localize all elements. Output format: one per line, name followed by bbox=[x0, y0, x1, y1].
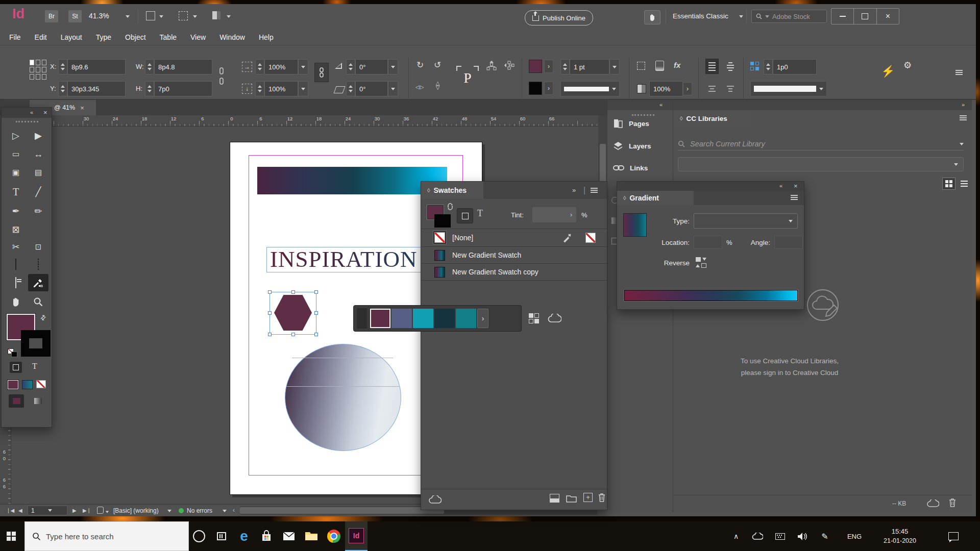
gradient-type-dropdown[interactable] bbox=[694, 213, 798, 229]
publish-online-button[interactable]: Publish Online bbox=[525, 10, 593, 26]
collapse-icons-chevrons[interactable]: « bbox=[659, 102, 663, 108]
shear-stepper[interactable] bbox=[346, 81, 355, 96]
menu-layout[interactable]: Layout bbox=[61, 33, 82, 41]
theme-swatch-5[interactable] bbox=[456, 309, 476, 328]
stroke-weight-stepper[interactable] bbox=[560, 59, 570, 74]
quick-apply-icon[interactable]: ⚡ bbox=[881, 65, 895, 78]
expand-dock-chevrons[interactable]: » bbox=[962, 102, 965, 108]
cc-search-row[interactable]: Search Current Library bbox=[678, 138, 964, 151]
panel-menu-icon[interactable] bbox=[955, 72, 963, 73]
chrome-button[interactable] bbox=[323, 521, 345, 551]
cc-grid-view-button[interactable] bbox=[942, 178, 955, 190]
first-page-icon[interactable]: ❘◀ bbox=[6, 508, 14, 513]
opacity-field[interactable]: 100% bbox=[649, 81, 683, 96]
swap-fill-stroke-icon[interactable] bbox=[447, 203, 454, 210]
hand-tool[interactable] bbox=[6, 293, 26, 311]
default-fill-stroke-icon[interactable] bbox=[8, 348, 18, 357]
task-view-button[interactable] bbox=[210, 521, 233, 551]
theme-swatch-1[interactable] bbox=[370, 309, 390, 328]
formatting-affects-container-button[interactable] bbox=[457, 208, 473, 223]
h-field[interactable]: 7p0 bbox=[154, 81, 212, 96]
flip-horizontal-icon[interactable]: ◁▷ bbox=[415, 84, 424, 90]
gradient-ramp[interactable] bbox=[624, 290, 798, 301]
tools-stroke-swatch[interactable] bbox=[21, 330, 51, 357]
scale-y-stepper[interactable] bbox=[255, 81, 264, 96]
swatch-row-gradient-copy[interactable]: New Gradient Swatch copy bbox=[421, 264, 607, 280]
scissors-tool[interactable]: ✂ bbox=[6, 238, 26, 256]
menu-view[interactable]: View bbox=[190, 33, 206, 41]
gradient-rectangle[interactable] bbox=[257, 167, 447, 194]
formatting-affects-container-button[interactable] bbox=[10, 362, 22, 373]
frame-tool[interactable]: ⊠ bbox=[6, 221, 26, 238]
horizontal-scrollbar-thumb[interactable] bbox=[240, 507, 444, 514]
tint-more-icon[interactable]: › bbox=[570, 211, 572, 218]
wrap-next-column-button[interactable] bbox=[724, 81, 737, 96]
rotation-field[interactable]: 0° bbox=[355, 59, 388, 74]
screen-mode-chevron-icon[interactable] bbox=[227, 15, 231, 18]
cc-trash-icon[interactable] bbox=[948, 498, 957, 508]
scale-x-field[interactable]: 100% bbox=[264, 59, 298, 74]
menu-edit[interactable]: Edit bbox=[35, 33, 47, 41]
indesign-taskbar-button[interactable]: Id bbox=[345, 521, 368, 551]
taskbar-clock[interactable]: 15:45 21-01-2020 bbox=[872, 521, 928, 551]
tray-keyboard-button[interactable] bbox=[770, 521, 790, 551]
mail-button[interactable] bbox=[278, 521, 300, 551]
none-apply-swatch-icon[interactable] bbox=[585, 233, 596, 243]
gradient-close-icon[interactable]: × bbox=[794, 182, 798, 190]
next-page-icon[interactable]: ▶ bbox=[72, 508, 77, 513]
prev-page-icon[interactable]: ◀ bbox=[18, 508, 22, 513]
horizontal-ruler[interactable]: 30 24 18 12 6 0 6 12 18 24 30 36 42 48 5… bbox=[11, 115, 598, 127]
gradient-panel-titlebar[interactable]: « × bbox=[617, 182, 804, 191]
apply-none-proxy[interactable] bbox=[36, 380, 46, 388]
type-tool[interactable]: T bbox=[6, 183, 26, 201]
select-previous-object-icon[interactable] bbox=[486, 60, 497, 71]
constrain-dimensions-icon[interactable] bbox=[217, 66, 226, 86]
theme-cloud-icon[interactable] bbox=[547, 314, 561, 323]
swatches-collapse-chevrons[interactable]: » bbox=[572, 186, 576, 194]
fill-more-button[interactable]: › bbox=[544, 60, 553, 73]
scale-y-dropdown[interactable] bbox=[298, 81, 308, 96]
tools-panel-titlebar[interactable]: « × bbox=[2, 108, 52, 118]
menu-table[interactable]: Table bbox=[160, 33, 177, 41]
menu-file[interactable]: File bbox=[9, 33, 21, 41]
taskbar-search[interactable]: Type here to search bbox=[24, 521, 189, 551]
fill-color-swatch[interactable] bbox=[529, 60, 542, 73]
zoom-chevron-icon[interactable] bbox=[126, 15, 130, 18]
direct-selection-tool[interactable]: ▶ bbox=[28, 127, 48, 144]
content-collector-tool[interactable]: ▣ bbox=[6, 164, 26, 181]
formatting-affects-text-button[interactable]: T bbox=[477, 208, 483, 219]
scale-y-field[interactable]: 100% bbox=[264, 81, 298, 96]
gradient-swatch-tool[interactable] bbox=[6, 256, 26, 273]
headline-text-frame[interactable]: INSPIRATION bbox=[266, 247, 428, 272]
sidebar-item-links[interactable]: Links bbox=[612, 163, 648, 172]
new-swatch-icon[interactable]: + bbox=[583, 493, 593, 502]
preflight-chevron-icon[interactable] bbox=[106, 511, 109, 513]
rotation-stepper[interactable] bbox=[346, 59, 355, 74]
delete-swatch-icon[interactable] bbox=[598, 493, 606, 503]
select-next-object-icon[interactable] bbox=[503, 60, 514, 71]
drop-shadow-icon[interactable] bbox=[655, 61, 664, 71]
swatches-menu-icon[interactable] bbox=[591, 190, 598, 191]
swatch-row-none[interactable]: [None] bbox=[421, 229, 607, 246]
menu-type[interactable]: Type bbox=[96, 33, 111, 41]
reverse-gradient-icon[interactable] bbox=[695, 256, 708, 269]
apply-gradient-proxy[interactable] bbox=[22, 380, 33, 389]
error-status[interactable]: No errors bbox=[187, 507, 212, 514]
tab-swatches[interactable]: ◊Swatches bbox=[421, 182, 483, 199]
gap-tool[interactable]: ↔ bbox=[28, 145, 48, 163]
bridge-button[interactable]: Br bbox=[45, 10, 58, 22]
view-options-icon[interactable] bbox=[146, 11, 155, 20]
reference-point-proxy[interactable] bbox=[30, 60, 46, 80]
preflight-profile-chevron-icon[interactable] bbox=[167, 510, 172, 512]
scale-x-dropdown[interactable] bbox=[298, 59, 308, 74]
swatches-cloud-icon[interactable] bbox=[428, 495, 442, 504]
color-theme-bar[interactable]: › bbox=[353, 305, 522, 332]
cc-library-dropdown[interactable] bbox=[678, 157, 964, 171]
pen-tool[interactable]: ✒ bbox=[6, 203, 26, 220]
cc-sync-icon[interactable] bbox=[927, 499, 939, 508]
file-explorer-button[interactable] bbox=[300, 521, 323, 551]
gradient-location-field[interactable] bbox=[694, 236, 722, 249]
content-placer-tool[interactable]: ▤ bbox=[28, 164, 48, 181]
gap-stepper[interactable] bbox=[764, 59, 773, 74]
stroke-weight-field[interactable]: 1 pt bbox=[570, 59, 609, 74]
